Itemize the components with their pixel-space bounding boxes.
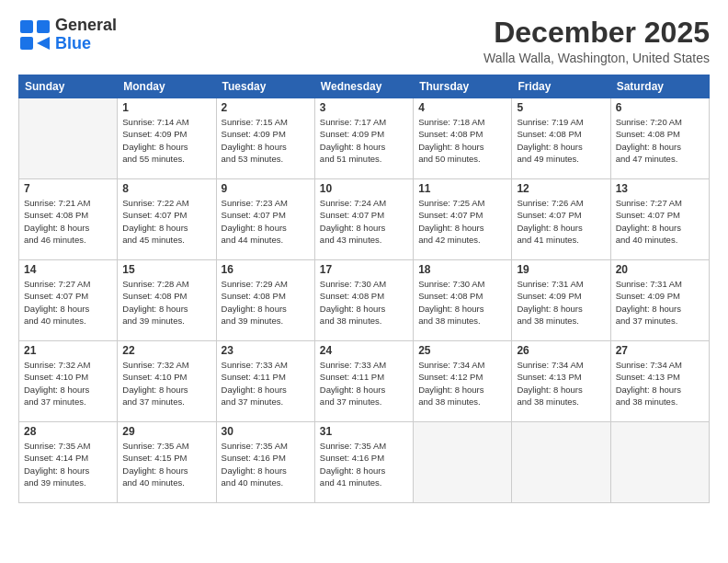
day-info: Sunrise: 7:30 AM Sunset: 4:08 PM Dayligh… xyxy=(418,278,506,327)
week-row-5: 28Sunrise: 7:35 AM Sunset: 4:14 PM Dayli… xyxy=(19,422,710,503)
svg-marker-3 xyxy=(37,37,50,50)
day-info: Sunrise: 7:35 AM Sunset: 4:16 PM Dayligh… xyxy=(320,440,408,488)
day-info: Sunrise: 7:23 AM Sunset: 4:07 PM Dayligh… xyxy=(222,197,310,246)
calendar-cell: 4Sunrise: 7:18 AM Sunset: 4:08 PM Daylig… xyxy=(414,98,512,179)
day-info: Sunrise: 7:27 AM Sunset: 4:07 PM Dayligh… xyxy=(616,197,704,246)
title-block: December 2025 Walla Walla, Washington, U… xyxy=(483,17,710,65)
calendar-cell: 18Sunrise: 7:30 AM Sunset: 4:08 PM Dayli… xyxy=(414,260,512,341)
logo: General Blue xyxy=(18,17,117,53)
col-header-saturday: Saturday xyxy=(610,75,709,98)
header: General Blue December 2025 Walla Walla, … xyxy=(18,17,710,65)
page: General Blue December 2025 Walla Walla, … xyxy=(0,0,728,563)
calendar-cell: 2Sunrise: 7:15 AM Sunset: 4:09 PM Daylig… xyxy=(216,98,314,179)
day-info: Sunrise: 7:34 AM Sunset: 4:12 PM Dayligh… xyxy=(418,359,506,408)
day-number: 15 xyxy=(122,263,210,276)
col-header-friday: Friday xyxy=(512,75,610,98)
day-info: Sunrise: 7:31 AM Sunset: 4:09 PM Dayligh… xyxy=(616,278,704,327)
day-number: 3 xyxy=(320,101,408,114)
calendar-cell xyxy=(610,422,709,503)
day-info: Sunrise: 7:33 AM Sunset: 4:11 PM Dayligh… xyxy=(222,359,310,408)
day-info: Sunrise: 7:35 AM Sunset: 4:16 PM Dayligh… xyxy=(222,440,310,488)
day-number: 16 xyxy=(222,263,310,276)
day-number: 1 xyxy=(122,101,210,114)
svg-rect-1 xyxy=(37,20,50,33)
calendar-cell: 8Sunrise: 7:22 AM Sunset: 4:07 PM Daylig… xyxy=(118,179,216,260)
day-info: Sunrise: 7:20 AM Sunset: 4:08 PM Dayligh… xyxy=(616,116,704,165)
day-number: 10 xyxy=(320,182,408,195)
day-number: 5 xyxy=(517,101,605,114)
day-number: 6 xyxy=(616,101,704,114)
calendar-cell: 27Sunrise: 7:34 AM Sunset: 4:13 PM Dayli… xyxy=(610,341,709,422)
day-info: Sunrise: 7:32 AM Sunset: 4:10 PM Dayligh… xyxy=(24,359,112,408)
col-header-sunday: Sunday xyxy=(19,75,118,98)
day-number: 28 xyxy=(24,425,112,438)
day-info: Sunrise: 7:21 AM Sunset: 4:08 PM Dayligh… xyxy=(24,197,112,246)
calendar-cell: 5Sunrise: 7:19 AM Sunset: 4:08 PM Daylig… xyxy=(512,98,610,179)
calendar-cell: 7Sunrise: 7:21 AM Sunset: 4:08 PM Daylig… xyxy=(19,179,118,260)
calendar-cell: 1Sunrise: 7:14 AM Sunset: 4:09 PM Daylig… xyxy=(118,98,216,179)
calendar-cell: 10Sunrise: 7:24 AM Sunset: 4:07 PM Dayli… xyxy=(314,179,413,260)
calendar-cell: 16Sunrise: 7:29 AM Sunset: 4:08 PM Dayli… xyxy=(216,260,314,341)
day-info: Sunrise: 7:31 AM Sunset: 4:09 PM Dayligh… xyxy=(517,278,605,327)
calendar-cell: 13Sunrise: 7:27 AM Sunset: 4:07 PM Dayli… xyxy=(610,179,709,260)
calendar-cell xyxy=(19,98,118,179)
day-number: 11 xyxy=(418,182,506,195)
calendar-cell: 22Sunrise: 7:32 AM Sunset: 4:10 PM Dayli… xyxy=(118,341,216,422)
day-number: 30 xyxy=(222,425,310,438)
day-number: 21 xyxy=(24,344,112,357)
logo-label: General Blue xyxy=(55,16,117,52)
svg-rect-2 xyxy=(20,37,33,50)
day-number: 19 xyxy=(517,263,605,276)
day-info: Sunrise: 7:19 AM Sunset: 4:08 PM Dayligh… xyxy=(517,116,605,165)
calendar-cell: 12Sunrise: 7:26 AM Sunset: 4:07 PM Dayli… xyxy=(512,179,610,260)
day-number: 8 xyxy=(122,182,210,195)
col-header-wednesday: Wednesday xyxy=(314,75,413,98)
day-number: 29 xyxy=(122,425,210,438)
day-number: 20 xyxy=(616,263,704,276)
day-number: 26 xyxy=(517,344,605,357)
col-header-tuesday: Tuesday xyxy=(216,75,314,98)
day-info: Sunrise: 7:35 AM Sunset: 4:15 PM Dayligh… xyxy=(122,440,210,488)
calendar-cell: 17Sunrise: 7:30 AM Sunset: 4:08 PM Dayli… xyxy=(314,260,413,341)
calendar-cell: 11Sunrise: 7:25 AM Sunset: 4:07 PM Dayli… xyxy=(414,179,512,260)
col-header-monday: Monday xyxy=(118,75,216,98)
day-number: 13 xyxy=(616,182,704,195)
week-row-4: 21Sunrise: 7:32 AM Sunset: 4:10 PM Dayli… xyxy=(19,341,710,422)
day-number: 24 xyxy=(320,344,408,357)
day-number: 4 xyxy=(418,101,506,114)
calendar-cell: 9Sunrise: 7:23 AM Sunset: 4:07 PM Daylig… xyxy=(216,179,314,260)
calendar-cell: 23Sunrise: 7:33 AM Sunset: 4:11 PM Dayli… xyxy=(216,341,314,422)
day-info: Sunrise: 7:15 AM Sunset: 4:09 PM Dayligh… xyxy=(222,116,310,165)
calendar-cell: 29Sunrise: 7:35 AM Sunset: 4:15 PM Dayli… xyxy=(118,422,216,503)
calendar-cell: 26Sunrise: 7:34 AM Sunset: 4:13 PM Dayli… xyxy=(512,341,610,422)
calendar-cell: 25Sunrise: 7:34 AM Sunset: 4:12 PM Dayli… xyxy=(414,341,512,422)
day-info: Sunrise: 7:32 AM Sunset: 4:10 PM Dayligh… xyxy=(122,359,210,408)
day-number: 2 xyxy=(222,101,310,114)
calendar-cell: 3Sunrise: 7:17 AM Sunset: 4:09 PM Daylig… xyxy=(314,98,413,179)
day-number: 14 xyxy=(24,263,112,276)
day-info: Sunrise: 7:18 AM Sunset: 4:08 PM Dayligh… xyxy=(418,116,506,165)
day-number: 22 xyxy=(122,344,210,357)
week-row-2: 7Sunrise: 7:21 AM Sunset: 4:08 PM Daylig… xyxy=(19,179,710,260)
day-info: Sunrise: 7:25 AM Sunset: 4:07 PM Dayligh… xyxy=(418,197,506,246)
calendar-cell: 31Sunrise: 7:35 AM Sunset: 4:16 PM Dayli… xyxy=(314,422,413,503)
day-number: 9 xyxy=(222,182,310,195)
calendar-cell: 30Sunrise: 7:35 AM Sunset: 4:16 PM Dayli… xyxy=(216,422,314,503)
day-info: Sunrise: 7:27 AM Sunset: 4:07 PM Dayligh… xyxy=(24,278,112,327)
col-header-thursday: Thursday xyxy=(414,75,512,98)
calendar-cell: 19Sunrise: 7:31 AM Sunset: 4:09 PM Dayli… xyxy=(512,260,610,341)
day-info: Sunrise: 7:34 AM Sunset: 4:13 PM Dayligh… xyxy=(517,359,605,408)
calendar-cell: 21Sunrise: 7:32 AM Sunset: 4:10 PM Dayli… xyxy=(19,341,118,422)
calendar-header-row: SundayMondayTuesdayWednesdayThursdayFrid… xyxy=(19,75,710,98)
month-title: December 2025 xyxy=(483,17,710,49)
day-info: Sunrise: 7:35 AM Sunset: 4:14 PM Dayligh… xyxy=(24,440,112,488)
calendar-cell: 20Sunrise: 7:31 AM Sunset: 4:09 PM Dayli… xyxy=(610,260,709,341)
day-number: 25 xyxy=(418,344,506,357)
day-number: 31 xyxy=(320,425,408,438)
day-number: 7 xyxy=(24,182,112,195)
calendar-cell: 14Sunrise: 7:27 AM Sunset: 4:07 PM Dayli… xyxy=(19,260,118,341)
day-info: Sunrise: 7:14 AM Sunset: 4:09 PM Dayligh… xyxy=(122,116,210,165)
logo-icon xyxy=(18,18,51,52)
day-info: Sunrise: 7:22 AM Sunset: 4:07 PM Dayligh… xyxy=(122,197,210,246)
day-info: Sunrise: 7:17 AM Sunset: 4:09 PM Dayligh… xyxy=(320,116,408,165)
